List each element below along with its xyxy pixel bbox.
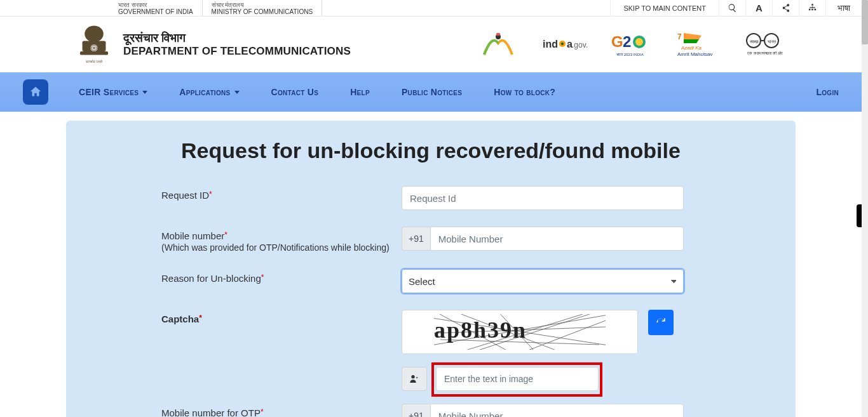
svg-line-34	[523, 321, 606, 350]
svg-text:2: 2	[623, 33, 631, 50]
home-button[interactable]	[23, 79, 48, 105]
page-scrollbar[interactable]	[862, 0, 868, 417]
g20-logo: G2भारत 2023 INDIA	[611, 30, 652, 58]
nav-ceir-services[interactable]: CEIR Services	[79, 87, 147, 97]
sitemap-icon[interactable]	[799, 0, 825, 17]
mobile-prefix: +91	[402, 227, 430, 251]
request-id-input[interactable]	[402, 186, 684, 210]
page-title: Request for un-blocking recovered/found …	[161, 138, 700, 163]
svg-point-36	[411, 375, 414, 378]
gov-india-block: भारत सरकार GOVERNMENT OF INDIA	[109, 0, 203, 17]
svg-rect-7	[496, 33, 500, 36]
mobile-number-input[interactable]	[430, 227, 684, 251]
svg-text:Amrit Mahotsav: Amrit Mahotsav	[677, 51, 713, 57]
captcha-label: Captcha*	[161, 310, 402, 324]
svg-text:G: G	[611, 33, 623, 50]
mobile-number-sublabel: (Which was provided for OTP/Notification…	[161, 242, 402, 253]
side-widget-tab[interactable]	[857, 204, 862, 227]
search-icon[interactable]	[719, 0, 745, 17]
svg-text:एक कदम स्वच्छता की ओर: एक कदम स्वच्छता की ओर	[747, 51, 783, 55]
unblock-form-card: Request for un-blocking recovered/found …	[66, 121, 796, 417]
svg-text:ind: ind	[543, 39, 558, 50]
nav-contact-us[interactable]: Contact Us	[271, 87, 319, 97]
svg-text:स्वच्छ: स्वच्छ	[749, 39, 759, 44]
captcha-text: ap8h39n	[434, 317, 527, 343]
text-size-icon[interactable]: A	[745, 0, 772, 17]
nav-help[interactable]: Help	[350, 87, 370, 97]
captcha-input[interactable]	[436, 367, 599, 391]
svg-point-10	[561, 43, 564, 45]
nav-applications[interactable]: Applications	[179, 87, 239, 97]
captcha-audio-button[interactable]	[402, 367, 427, 391]
svg-point-16	[635, 38, 643, 46]
skip-to-main-link[interactable]: SKIP TO MAIN CONTENT	[610, 0, 719, 17]
svg-rect-2	[80, 51, 108, 55]
ministry-block: संचार मंत्रालय MINISTRY OF COMMUNICATION…	[203, 0, 322, 17]
svg-text:7: 7	[677, 32, 682, 41]
login-link[interactable]: Login	[816, 87, 839, 97]
captcha-image: ap8h39n	[402, 310, 638, 354]
chevron-down-icon	[142, 91, 147, 94]
otp-mobile-label: Mobile number for OTP*	[161, 404, 402, 417]
share-icon[interactable]	[772, 0, 799, 17]
sanchar-saathi-logo	[479, 30, 517, 58]
reason-select[interactable]: Select	[402, 269, 684, 293]
svg-text:भारत 2023 INDIA: भारत 2023 INDIA	[616, 53, 644, 56]
language-switch[interactable]: भाषा	[825, 0, 862, 17]
site-header: सत्यमेव जयते दूरसंचार विभाग DEPARTMENT O…	[0, 17, 862, 72]
national-emblem-icon: सत्यमेव जयते	[75, 22, 113, 67]
captcha-refresh-button[interactable]	[648, 310, 674, 335]
nav-public-notices[interactable]: Public Notices	[402, 87, 462, 97]
india-gov-logo: inda.gov.in	[541, 30, 587, 58]
mobile-number-label: Mobile number* (Which was provided for O…	[161, 227, 402, 253]
svg-text:.gov.in: .gov.in	[572, 41, 587, 50]
chevron-down-icon	[234, 91, 240, 94]
svg-text:भारत: भारत	[768, 39, 776, 44]
request-id-label: Request ID*	[161, 186, 402, 201]
gov-top-bar: भारत सरकार GOVERNMENT OF INDIA संचार मंत…	[0, 0, 862, 17]
scrollbar-thumb[interactable]	[862, 0, 868, 44]
otp-mobile-prefix: +91	[402, 404, 430, 417]
svg-text:Azadi Ka: Azadi Ka	[681, 45, 702, 51]
reason-label: Reason for Un-blocking*	[161, 269, 402, 284]
svg-text:सत्यमेव जयते: सत्यमेव जयते	[85, 60, 104, 63]
ministry-en: MINISTRY OF COMMUNICATIONS	[212, 8, 313, 15]
otp-mobile-input[interactable]	[430, 404, 684, 417]
main-nav: CEIR Services Applications Contact Us He…	[0, 72, 862, 112]
gov-india-hi: भारत सरकार	[118, 1, 147, 8]
dept-hindi: दूरसंचार विभाग	[123, 31, 351, 45]
dept-english: DEPARTMENT OF TELECOMMUNICATIONS	[123, 45, 351, 58]
department-title: दूरसंचार विभाग DEPARTMENT OF TELECOMMUNI…	[123, 31, 351, 58]
ministry-hi: संचार मंत्रालय	[212, 1, 245, 8]
nav-how-to-block[interactable]: How to block?	[494, 87, 555, 97]
spectacles-logo: स्वच्छभारतएक कदम स्वच्छता की ओर	[741, 30, 785, 58]
gov-india-en: GOVERNMENT OF INDIA	[118, 8, 193, 15]
azadi-mahotsav-logo: 7Azadi KaAmrit Mahotsav	[676, 30, 717, 58]
svg-point-0	[85, 26, 103, 43]
